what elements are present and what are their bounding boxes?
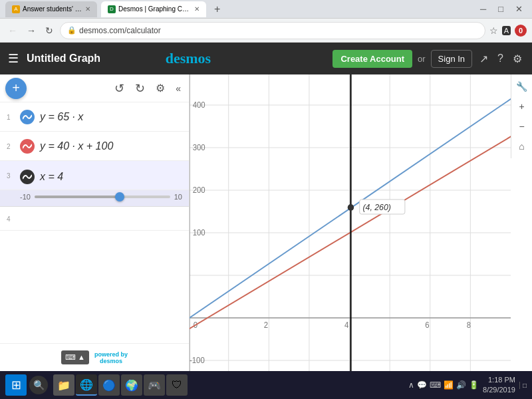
- taskbar-search-button[interactable]: 🔍: [29, 376, 48, 394]
- svg-text:-100: -100: [190, 356, 205, 364]
- expr-3-slider-container: -10 10: [0, 190, 189, 207]
- address-bar[interactable]: 🔒 desmos.com/calculator: [60, 22, 485, 39]
- lock-icon: 🔒: [67, 26, 76, 35]
- zoom-out-button[interactable]: −: [513, 117, 531, 136]
- window-controls: ─ □ ✕: [476, 4, 527, 14]
- taskbar-app-file[interactable]: 📁: [53, 374, 74, 396]
- svg-text:6: 6: [425, 321, 429, 329]
- new-tab-button[interactable]: +: [210, 3, 224, 15]
- svg-text:200: 200: [193, 186, 205, 194]
- expr-1-formula[interactable]: y = 65 · x: [40, 111, 169, 123]
- minimize-button[interactable]: ─: [476, 4, 490, 14]
- svg-point-30: [348, 204, 354, 211]
- profile-icon[interactable]: 0: [515, 25, 527, 37]
- sign-in-button[interactable]: Sign In: [431, 50, 472, 68]
- tray-sound-icon[interactable]: 🔊: [456, 380, 466, 390]
- graph-toolbar: 🔧 + − ⌂: [511, 74, 532, 158]
- tray-network-icon[interactable]: 📶: [444, 380, 454, 390]
- expr-3-formula[interactable]: x = 4: [40, 171, 169, 183]
- taskbar-app-4[interactable]: 🌍: [121, 374, 142, 396]
- expression-item-2[interactable]: 2 y = 40 · x + 100 ✕: [0, 132, 189, 161]
- taskbar-app-6[interactable]: 🛡: [166, 374, 188, 396]
- clock-time: 1:18 PM: [483, 375, 515, 385]
- tray-battery-icon[interactable]: 🔋: [469, 380, 479, 390]
- keyboard-icon: ⌨: [65, 353, 76, 361]
- app-title: Untitled Graph: [27, 53, 100, 65]
- tray-icons: ∧ 💬 ⌨ 📶 🔊 🔋: [408, 380, 479, 390]
- wrench-tool-button[interactable]: 🔧: [513, 77, 531, 96]
- expr-1-icon: [20, 110, 35, 124]
- redo-button[interactable]: ↻: [132, 78, 148, 98]
- taskbar-app-chrome[interactable]: 🌐: [76, 374, 97, 396]
- panel-settings-button[interactable]: ⚙: [153, 79, 168, 97]
- expression-item-4[interactable]: 4: [0, 207, 189, 231]
- slider-fill: [35, 196, 120, 198]
- tab-2-label: Desmos | Graphing Calculator: [118, 5, 192, 13]
- powered-by: powered by desmos: [94, 351, 128, 364]
- tab-1[interactable]: A Answer students' questions and... ✕: [5, 1, 97, 17]
- tray-up-icon[interactable]: ∧: [408, 380, 414, 390]
- expression-list: 1 y = 65 · x ✕ 2 y = 40 · x + 100 ✕ 3: [0, 102, 189, 343]
- desmos-brand: desmos: [100, 358, 122, 364]
- share-icon[interactable]: ↗: [477, 53, 490, 65]
- or-label: or: [418, 54, 426, 64]
- main-container: + ↺ ↻ ⚙ « 1 y = 65 · x ✕ 2: [0, 74, 532, 371]
- browser-addressbar: ← → ↻ 🔒 desmos.com/calculator ☆ A 0: [0, 19, 532, 43]
- taskbar-app-3[interactable]: 🔵: [98, 374, 120, 396]
- taskbar-apps: 📁 🌐 🔵 🌍 🎮 🛡: [53, 374, 188, 396]
- slider-track: [35, 196, 170, 198]
- undo-button[interactable]: ↺: [112, 78, 127, 98]
- expr-3-number: 3: [7, 172, 11, 179]
- svg-text:4: 4: [344, 321, 349, 329]
- tray-kb-icon[interactable]: ⌨: [430, 380, 441, 390]
- left-panel: + ↺ ↻ ⚙ « 1 y = 65 · x ✕ 2: [0, 74, 190, 371]
- zoom-in-button[interactable]: +: [513, 97, 531, 116]
- tab-2-close[interactable]: ✕: [194, 5, 200, 13]
- taskbar-app-5[interactable]: 🎮: [144, 374, 165, 396]
- taskbar-clock[interactable]: 1:18 PM 8/29/2019: [483, 375, 515, 396]
- browser-titlebar: A Answer students' questions and... ✕ D …: [0, 0, 532, 19]
- panel-collapse-button[interactable]: «: [173, 80, 184, 96]
- show-desktop-button[interactable]: □: [519, 382, 527, 389]
- maximize-button[interactable]: □: [494, 4, 507, 14]
- bookmark-icon[interactable]: ☆: [489, 25, 498, 36]
- expression-item-3[interactable]: 3 x = 4 ✕: [0, 161, 189, 190]
- svg-text:2: 2: [264, 321, 268, 329]
- taskbar-right: ∧ 💬 ⌨ 📶 🔊 🔋 1:18 PM 8/29/2019 □: [408, 375, 527, 396]
- tab-2[interactable]: D Desmos | Graphing Calculator ✕: [101, 1, 206, 17]
- tray-msg-icon[interactable]: 💬: [417, 380, 427, 390]
- desmos-logo: desmos: [166, 50, 211, 67]
- extension-icon[interactable]: A: [502, 26, 511, 35]
- slider-max-label: 10: [174, 193, 182, 201]
- clock-date: 8/29/2019: [483, 385, 515, 395]
- svg-text:100: 100: [193, 228, 205, 237]
- panel-toolbar: + ↺ ↻ ⚙ «: [0, 74, 189, 102]
- create-account-button[interactable]: Create Account: [332, 50, 412, 68]
- keyboard-arrow: ▲: [78, 353, 85, 361]
- help-icon[interactable]: ?: [495, 53, 505, 65]
- refresh-button[interactable]: ↻: [43, 24, 56, 37]
- forward-button[interactable]: →: [24, 24, 39, 37]
- header-right: Create Account or Sign In ↗ ? ⚙: [332, 50, 524, 68]
- graph-canvas: 0 2 4 6 8 400 300 200 100 -100: [190, 74, 511, 371]
- slider-thumb[interactable]: [115, 192, 124, 201]
- tab-2-favicon: D: [108, 5, 116, 13]
- graph-area[interactable]: 0 2 4 6 8 400 300 200 100 -100: [190, 74, 532, 371]
- hamburger-menu[interactable]: ☰: [8, 51, 19, 66]
- home-button[interactable]: ⌂: [513, 137, 531, 156]
- svg-text:400: 400: [193, 100, 205, 109]
- tab-1-close[interactable]: ✕: [85, 5, 90, 13]
- slider-min-label: -10: [20, 193, 31, 201]
- expr-1-number: 1: [7, 113, 11, 120]
- close-window-button[interactable]: ✕: [511, 4, 527, 14]
- slider-range: -10 10: [20, 193, 182, 201]
- start-button[interactable]: ⊞: [5, 374, 27, 396]
- settings-icon[interactable]: ⚙: [511, 53, 524, 65]
- svg-text:(4, 260): (4, 260): [362, 203, 390, 212]
- expr-2-formula[interactable]: y = 40 · x + 100: [40, 140, 169, 152]
- keyboard-button[interactable]: ⌨ ▲: [61, 350, 89, 364]
- panel-footer: ⌨ ▲ powered by desmos: [0, 343, 189, 371]
- back-button[interactable]: ←: [5, 24, 20, 37]
- expression-item-1[interactable]: 1 y = 65 · x ✕: [0, 102, 189, 132]
- add-expression-button[interactable]: +: [5, 78, 27, 99]
